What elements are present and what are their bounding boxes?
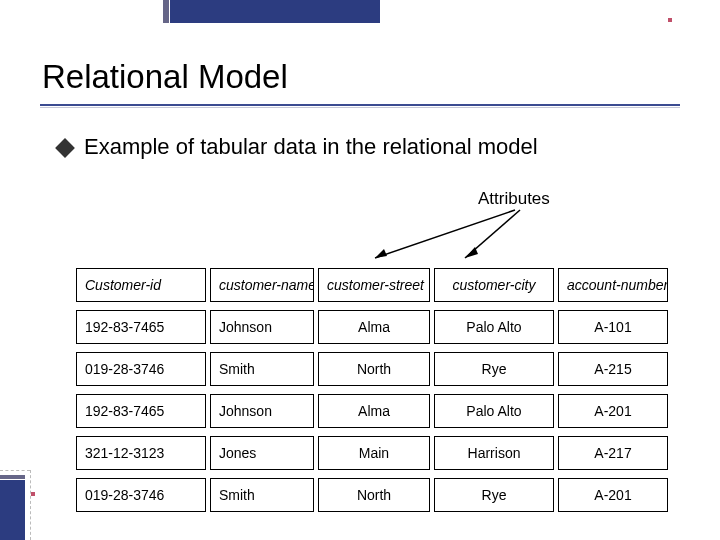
cell-account-number: A-201	[558, 394, 668, 428]
cell-customer-name: Smith	[210, 352, 314, 386]
col-header-customer-name: customer-name	[210, 268, 314, 302]
table-row: 019-28-3746 Smith North Rye A-215	[76, 352, 668, 386]
table-header-row: Customer-id customer-name customer-stree…	[76, 268, 668, 302]
cell-customer-id: 192-83-7465	[76, 394, 206, 428]
col-header-account-number: account-number	[558, 268, 668, 302]
attributes-label: Attributes	[478, 189, 550, 209]
svg-line-0	[375, 210, 515, 258]
col-header-customer-street: customer-street	[318, 268, 430, 302]
cell-account-number: A-217	[558, 436, 668, 470]
table-row: 019-28-3746 Smith North Rye A-201	[76, 478, 668, 512]
relational-table: Customer-id customer-name customer-stree…	[72, 260, 662, 520]
attributes-arrows	[340, 208, 560, 268]
slide-title: Relational Model	[42, 58, 288, 96]
decor-topband	[170, 0, 380, 23]
title-underline	[40, 104, 680, 106]
cell-customer-street: North	[318, 478, 430, 512]
cell-customer-name: Johnson	[210, 310, 314, 344]
bullet-icon	[55, 138, 75, 158]
cell-customer-street: North	[318, 352, 430, 386]
bullet-text: Example of tabular data in the relationa…	[84, 134, 538, 160]
table-row: 321-12-3123 Jones Main Harrison A-217	[76, 436, 668, 470]
cell-customer-street: Alma	[318, 310, 430, 344]
cell-customer-id: 019-28-3746	[76, 478, 206, 512]
col-header-customer-city: customer-city	[434, 268, 554, 302]
decor-accent	[668, 18, 672, 22]
decor-dash	[30, 470, 31, 540]
cell-customer-name: Smith	[210, 478, 314, 512]
cell-customer-street: Alma	[318, 394, 430, 428]
cell-customer-city: Rye	[434, 352, 554, 386]
col-header-customer-id: Customer-id	[76, 268, 206, 302]
cell-account-number: A-215	[558, 352, 668, 386]
cell-customer-name: Johnson	[210, 394, 314, 428]
title-underline-shadow	[40, 107, 680, 108]
cell-customer-city: Palo Alto	[434, 394, 554, 428]
cell-customer-street: Main	[318, 436, 430, 470]
cell-customer-city: Harrison	[434, 436, 554, 470]
table-row: 192-83-7465 Johnson Alma Palo Alto A-201	[76, 394, 668, 428]
table-row: 192-83-7465 Johnson Alma Palo Alto A-101	[76, 310, 668, 344]
cell-customer-id: 019-28-3746	[76, 352, 206, 386]
decor-leftband	[0, 480, 25, 540]
cell-customer-city: Rye	[434, 478, 554, 512]
decor-topband-edge	[163, 0, 169, 23]
cell-customer-id: 321-12-3123	[76, 436, 206, 470]
decor-accent	[31, 492, 35, 496]
cell-account-number: A-201	[558, 478, 668, 512]
decor-leftband-edge	[0, 475, 25, 479]
svg-marker-1	[375, 249, 387, 258]
decor-dash	[0, 470, 30, 471]
bullet-item: Example of tabular data in the relationa…	[58, 134, 538, 160]
cell-customer-id: 192-83-7465	[76, 310, 206, 344]
cell-customer-city: Palo Alto	[434, 310, 554, 344]
cell-customer-name: Jones	[210, 436, 314, 470]
cell-account-number: A-101	[558, 310, 668, 344]
slide: Relational Model Example of tabular data…	[0, 0, 720, 540]
